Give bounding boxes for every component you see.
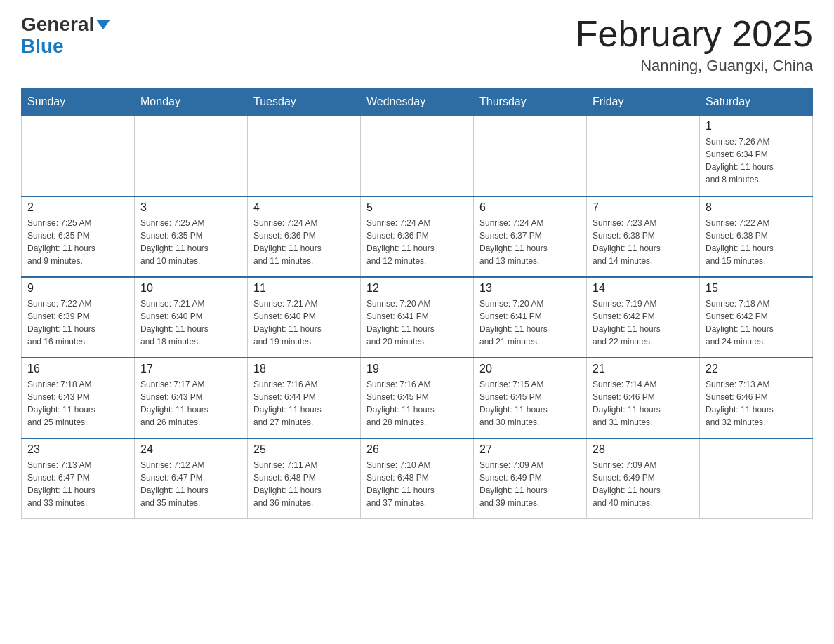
day-number: 11 — [253, 282, 355, 295]
day-number: 9 — [27, 282, 128, 295]
day-number: 5 — [366, 201, 468, 214]
day-info: Sunrise: 7:15 AMSunset: 6:45 PMDaylight:… — [479, 378, 581, 429]
day-number: 14 — [593, 282, 694, 295]
calendar-title: February 2025 — [576, 14, 813, 54]
day-info: Sunrise: 7:21 AMSunset: 6:40 PMDaylight:… — [140, 297, 241, 348]
day-info: Sunrise: 7:20 AMSunset: 6:41 PMDaylight:… — [479, 297, 581, 348]
day-info: Sunrise: 7:14 AMSunset: 6:46 PMDaylight:… — [593, 378, 694, 429]
calendar-cell: 9Sunrise: 7:22 AMSunset: 6:39 PMDaylight… — [22, 277, 135, 358]
day-number: 12 — [366, 282, 468, 295]
logo-general-text: General — [21, 14, 94, 36]
day-number: 2 — [27, 201, 128, 214]
day-info: Sunrise: 7:13 AMSunset: 6:46 PMDaylight:… — [706, 378, 807, 429]
calendar-week-row: 16Sunrise: 7:18 AMSunset: 6:43 PMDayligh… — [22, 358, 813, 438]
day-number: 15 — [706, 282, 807, 295]
day-info: Sunrise: 7:25 AMSunset: 6:35 PMDaylight:… — [27, 217, 128, 267]
calendar-cell: 19Sunrise: 7:16 AMSunset: 6:45 PMDayligh… — [361, 358, 474, 438]
calendar-cell: 5Sunrise: 7:24 AMSunset: 6:36 PMDaylight… — [361, 196, 474, 277]
calendar-cell — [700, 438, 813, 519]
day-number: 16 — [27, 363, 128, 375]
calendar-cell — [474, 116, 587, 196]
day-info: Sunrise: 7:17 AMSunset: 6:43 PMDaylight:… — [140, 378, 241, 429]
title-section: February 2025 Nanning, Guangxi, China — [576, 14, 813, 75]
day-number: 1 — [706, 120, 807, 133]
day-info: Sunrise: 7:11 AMSunset: 6:48 PMDaylight:… — [253, 459, 355, 509]
day-of-week-header: Friday — [587, 88, 700, 116]
calendar-cell: 17Sunrise: 7:17 AMSunset: 6:43 PMDayligh… — [135, 358, 248, 438]
calendar-week-row: 23Sunrise: 7:13 AMSunset: 6:47 PMDayligh… — [22, 438, 813, 519]
day-info: Sunrise: 7:12 AMSunset: 6:47 PMDaylight:… — [140, 459, 241, 509]
day-number: 21 — [593, 363, 694, 375]
day-of-week-header: Sunday — [22, 88, 135, 116]
calendar-cell: 6Sunrise: 7:24 AMSunset: 6:37 PMDaylight… — [474, 196, 587, 277]
day-of-week-header: Wednesday — [361, 88, 474, 116]
calendar-cell: 4Sunrise: 7:24 AMSunset: 6:36 PMDaylight… — [248, 196, 361, 277]
calendar-week-row: 1Sunrise: 7:26 AMSunset: 6:34 PMDaylight… — [22, 116, 813, 196]
day-number: 6 — [479, 201, 581, 214]
calendar-cell: 16Sunrise: 7:18 AMSunset: 6:43 PMDayligh… — [22, 358, 135, 438]
day-info: Sunrise: 7:22 AMSunset: 6:39 PMDaylight:… — [27, 297, 128, 348]
calendar-table: SundayMondayTuesdayWednesdayThursdayFrid… — [21, 88, 813, 519]
calendar-cell — [22, 116, 135, 196]
calendar-cell — [248, 116, 361, 196]
calendar-cell — [135, 116, 248, 196]
day-number: 22 — [706, 363, 807, 375]
day-of-week-header: Thursday — [474, 88, 587, 116]
day-number: 4 — [253, 201, 355, 214]
calendar-cell: 20Sunrise: 7:15 AMSunset: 6:45 PMDayligh… — [474, 358, 587, 438]
day-number: 8 — [706, 201, 807, 214]
calendar-cell: 13Sunrise: 7:20 AMSunset: 6:41 PMDayligh… — [474, 277, 587, 358]
calendar-cell: 25Sunrise: 7:11 AMSunset: 6:48 PMDayligh… — [248, 438, 361, 519]
day-info: Sunrise: 7:09 AMSunset: 6:49 PMDaylight:… — [479, 459, 581, 509]
calendar-cell: 22Sunrise: 7:13 AMSunset: 6:46 PMDayligh… — [700, 358, 813, 438]
calendar-cell: 10Sunrise: 7:21 AMSunset: 6:40 PMDayligh… — [135, 277, 248, 358]
logo-blue-text: Blue — [21, 36, 64, 58]
calendar-cell: 27Sunrise: 7:09 AMSunset: 6:49 PMDayligh… — [474, 438, 587, 519]
calendar-week-row: 2Sunrise: 7:25 AMSunset: 6:35 PMDaylight… — [22, 196, 813, 277]
day-number: 24 — [140, 443, 241, 456]
calendar-cell: 21Sunrise: 7:14 AMSunset: 6:46 PMDayligh… — [587, 358, 700, 438]
calendar-header-row: SundayMondayTuesdayWednesdayThursdayFrid… — [22, 88, 813, 116]
day-number: 23 — [27, 443, 128, 456]
calendar-cell: 15Sunrise: 7:18 AMSunset: 6:42 PMDayligh… — [700, 277, 813, 358]
calendar-cell: 1Sunrise: 7:26 AMSunset: 6:34 PMDaylight… — [700, 116, 813, 196]
day-info: Sunrise: 7:16 AMSunset: 6:44 PMDaylight:… — [253, 378, 355, 429]
calendar-week-row: 9Sunrise: 7:22 AMSunset: 6:39 PMDaylight… — [22, 277, 813, 358]
day-info: Sunrise: 7:25 AMSunset: 6:35 PMDaylight:… — [140, 217, 241, 267]
day-info: Sunrise: 7:24 AMSunset: 6:37 PMDaylight:… — [479, 217, 581, 267]
day-number: 10 — [140, 282, 241, 295]
day-of-week-header: Tuesday — [248, 88, 361, 116]
calendar-cell — [587, 116, 700, 196]
day-info: Sunrise: 7:18 AMSunset: 6:43 PMDaylight:… — [27, 378, 128, 429]
day-number: 25 — [253, 443, 355, 456]
day-number: 26 — [366, 443, 468, 456]
day-info: Sunrise: 7:22 AMSunset: 6:38 PMDaylight:… — [706, 217, 807, 267]
calendar-cell: 26Sunrise: 7:10 AMSunset: 6:48 PMDayligh… — [361, 438, 474, 519]
day-of-week-header: Monday — [135, 88, 248, 116]
calendar-cell: 11Sunrise: 7:21 AMSunset: 6:40 PMDayligh… — [248, 277, 361, 358]
day-of-week-header: Saturday — [700, 88, 813, 116]
day-number: 20 — [479, 363, 581, 375]
day-info: Sunrise: 7:24 AMSunset: 6:36 PMDaylight:… — [366, 217, 468, 267]
day-info: Sunrise: 7:16 AMSunset: 6:45 PMDaylight:… — [366, 378, 468, 429]
day-info: Sunrise: 7:09 AMSunset: 6:49 PMDaylight:… — [593, 459, 694, 509]
day-info: Sunrise: 7:13 AMSunset: 6:47 PMDaylight:… — [27, 459, 128, 509]
day-number: 3 — [140, 201, 241, 214]
day-info: Sunrise: 7:20 AMSunset: 6:41 PMDaylight:… — [366, 297, 468, 348]
calendar-cell: 12Sunrise: 7:20 AMSunset: 6:41 PMDayligh… — [361, 277, 474, 358]
day-number: 17 — [140, 363, 241, 375]
calendar-cell: 2Sunrise: 7:25 AMSunset: 6:35 PMDaylight… — [22, 196, 135, 277]
calendar-cell: 14Sunrise: 7:19 AMSunset: 6:42 PMDayligh… — [587, 277, 700, 358]
day-number: 27 — [479, 443, 581, 456]
day-number: 19 — [366, 363, 468, 375]
calendar-cell: 8Sunrise: 7:22 AMSunset: 6:38 PMDaylight… — [700, 196, 813, 277]
day-info: Sunrise: 7:19 AMSunset: 6:42 PMDaylight:… — [593, 297, 694, 348]
calendar-cell: 18Sunrise: 7:16 AMSunset: 6:44 PMDayligh… — [248, 358, 361, 438]
calendar-cell — [361, 116, 474, 196]
logo: General Blue — [21, 14, 110, 58]
calendar-cell: 28Sunrise: 7:09 AMSunset: 6:49 PMDayligh… — [587, 438, 700, 519]
day-info: Sunrise: 7:24 AMSunset: 6:36 PMDaylight:… — [253, 217, 355, 267]
day-number: 18 — [253, 363, 355, 375]
day-info: Sunrise: 7:10 AMSunset: 6:48 PMDaylight:… — [366, 459, 468, 509]
page-header: General Blue February 2025 Nanning, Guan… — [21, 14, 813, 75]
